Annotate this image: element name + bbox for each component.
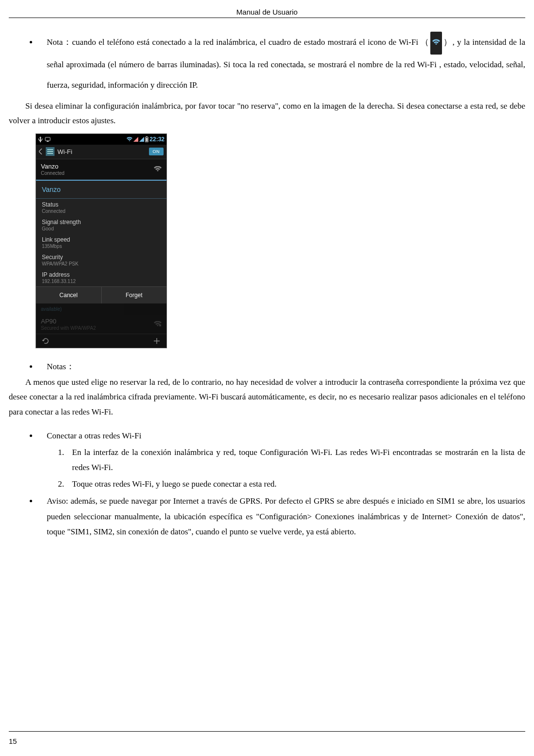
ip-label: IP address (42, 271, 161, 278)
back-icon[interactable] (39, 149, 43, 154)
link-value: 135Mbps (42, 244, 161, 249)
bullet-list-nota: Nota：cuando el teléfono está conectado a… (38, 32, 525, 96)
ip-value: 192.168.33.112 (42, 279, 161, 284)
footer-rule (9, 731, 525, 732)
phone-screenshot: 22:32 Wi-Fi ON Vanzo Connected Vanzo Sta… (36, 133, 167, 348)
status-value: Connected (42, 208, 161, 214)
signal2-icon (139, 137, 144, 142)
step-1: En la interfaz de la conexión inalámbric… (66, 445, 525, 475)
aviso-item: Aviso: además, se puede navegar por Inte… (38, 493, 525, 539)
wifi-locked-icon (154, 321, 162, 327)
appbar-title: Wi-Fi (57, 148, 72, 155)
dialog-row-status: Status Connected (36, 199, 166, 216)
signal-value: Good (42, 226, 161, 231)
debug-icon (45, 137, 51, 142)
nota-item: Nota：cuando el teléfono está conectado a… (38, 32, 525, 96)
flow-para-2: A menos que usted elige no reservar la r… (9, 375, 525, 420)
bullet-list-conectar: Conectar a otras redes Wi-Fi En la inter… (38, 428, 525, 539)
page-content: Nota：cuando el teléfono está conectado a… (0, 32, 534, 540)
network-status: Connected (41, 170, 64, 176)
ordered-steps: En la interfaz de la conexión inalámbric… (66, 445, 525, 491)
svg-rect-8 (47, 153, 53, 154)
signal1-icon (133, 137, 138, 142)
network2-name: AP90 (41, 318, 96, 325)
refresh-icon[interactable] (42, 337, 50, 345)
conectar-title: Conectar a otras redes Wi-Fi (47, 431, 141, 440)
page-header: Manual de Usuario (0, 0, 534, 18)
signal-label: Signal strength (42, 219, 161, 226)
svg-rect-6 (47, 149, 53, 150)
dialog-title: Vanzo (36, 181, 166, 199)
link-label: Link speed (42, 236, 161, 243)
add-icon[interactable] (153, 337, 161, 345)
security-label: Security (42, 254, 161, 261)
network-row-2[interactable]: AP90 Secured with WPA/WPA2 (36, 315, 166, 334)
flow-para-1: Si desea eliminar la configuración inalá… (9, 99, 525, 129)
wifi-dialog: Vanzo Status Connected Signal strength G… (36, 180, 166, 303)
dialog-row-signal: Signal strength Good (36, 216, 166, 234)
bottom-bar (36, 334, 166, 348)
wifi-strength-icon (154, 166, 162, 172)
nota-text1: cuando el teléfono está conectado a la r… (72, 38, 429, 47)
usb-icon (38, 136, 43, 142)
wifi-icon (430, 32, 442, 55)
available-label: available) (36, 303, 166, 315)
settings-tile-icon (46, 147, 55, 156)
page-number: 15 (9, 737, 17, 745)
wifi-status-icon (127, 137, 132, 142)
dialog-row-link: Link speed 135Mbps (36, 234, 166, 251)
svg-rect-9 (159, 324, 161, 326)
network2-sub: Secured with WPA/WPA2 (41, 325, 96, 331)
cancel-button[interactable]: Cancel (36, 287, 102, 303)
svg-rect-4 (146, 138, 148, 142)
wifi-toggle[interactable]: ON (149, 148, 164, 155)
dialog-row-security: Security WPA/WPA2 PSK (36, 251, 166, 269)
available-text: available) (41, 306, 62, 312)
bullet-list-notas: Notas： (38, 361, 525, 372)
notas-item: Notas： (38, 361, 525, 372)
svg-rect-1 (47, 141, 49, 142)
forget-button[interactable]: Forget (102, 287, 167, 303)
step-2: Toque otras redes Wi-Fi, y luego se pued… (66, 476, 525, 491)
network-row-1[interactable]: Vanzo Connected (36, 159, 166, 180)
notas-label: Notas： (47, 362, 74, 371)
svg-rect-0 (45, 137, 50, 141)
appbar: Wi-Fi ON (36, 145, 166, 159)
dialog-buttons: Cancel Forget (36, 286, 166, 303)
nota-label: Nota： (47, 38, 72, 47)
battery-icon (145, 136, 148, 142)
header-rule (9, 18, 525, 18)
svg-rect-7 (47, 151, 53, 152)
status-label: Status (42, 201, 161, 208)
security-value: WPA/WPA2 PSK (42, 261, 161, 266)
conectar-item: Conectar a otras redes Wi-Fi En la inter… (38, 428, 525, 491)
statusbar-time: 22:32 (149, 136, 165, 143)
network-name: Vanzo (41, 163, 64, 170)
dialog-row-ip: IP address 192.168.33.112 (36, 269, 166, 286)
statusbar: 22:32 (36, 134, 166, 145)
